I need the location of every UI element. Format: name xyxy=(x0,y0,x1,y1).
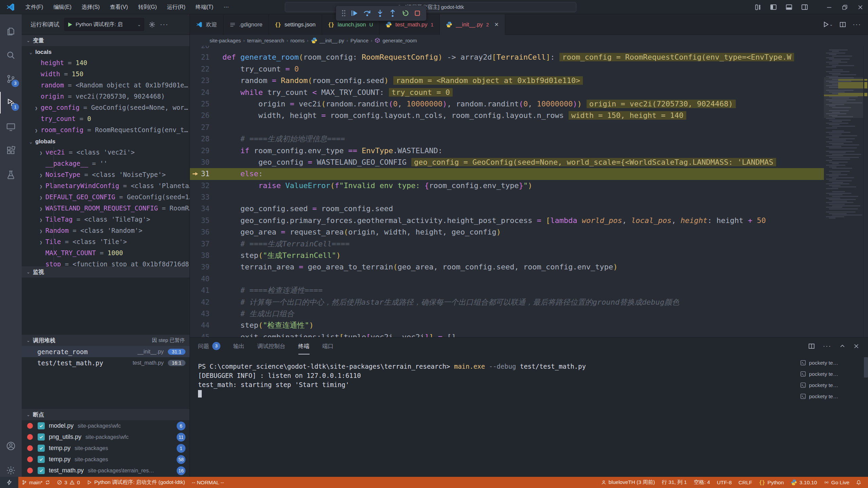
minimap[interactable] xyxy=(824,46,863,337)
code-line-20[interactable]: 20 xyxy=(190,46,824,52)
status-right-8[interactable] xyxy=(853,477,865,488)
menu-item-8[interactable]: ··· xyxy=(218,4,234,10)
variable-row[interactable]: MAX_TRY_COUNT = 1000 xyxy=(22,247,190,259)
menu-item-7[interactable]: 终端(T) xyxy=(191,4,218,10)
close-panel-button[interactable] xyxy=(853,343,859,349)
code-line-32[interactable]: 32 raise ValueError(f"Invalid env type: … xyxy=(190,180,824,191)
variable-group-locals[interactable]: ⌄locals xyxy=(22,46,190,57)
callstack-frame[interactable]: test/test_math.pytest_math.py16:1 xyxy=(22,357,190,368)
terminal-list-item[interactable]: pockety te… xyxy=(800,357,863,368)
panel-tab-输出[interactable]: 输出 xyxy=(233,338,244,354)
code-line-39[interactable]: 39 terrain_area = geo_area_to_terrain(ge… xyxy=(190,261,824,273)
activity-search[interactable] xyxy=(0,44,22,66)
debug-config-dropdown[interactable]: Python 调试程序: 启 ⌄ xyxy=(64,18,144,31)
code-line-37[interactable]: 37 # ====生成TerrainCell==== xyxy=(190,238,824,250)
tab-__init__.py[interactable]: __init__.py2✕ xyxy=(440,14,505,35)
variable-row[interactable]: ❯DEFAULT_GEO_CONFIG = GeoConfig(seed=1… xyxy=(22,191,190,203)
breakpoint-row[interactable]: test_math.pysite-packages\terrain_res…16 xyxy=(22,465,190,476)
close-icon[interactable]: ✕ xyxy=(494,21,499,28)
breakpoint-row[interactable]: temp.pysite-packages58 xyxy=(22,454,190,465)
close-button[interactable] xyxy=(852,0,868,14)
code-line-43[interactable]: 43 # 生成出口组合 xyxy=(190,308,824,320)
variable-row[interactable]: random = <Random object at 0x1bf9d01e… xyxy=(22,80,190,91)
step-into-icon[interactable] xyxy=(376,9,384,17)
status-right-7[interactable]: Go Live xyxy=(821,477,853,488)
maximize-panel-button[interactable] xyxy=(840,343,845,349)
run-file-button[interactable]: ⌄ xyxy=(823,21,833,28)
terminal-output[interactable]: PS C:\computer_science\godot-ldtk\site-p… xyxy=(198,362,793,474)
menu-item-6[interactable]: 运行(R) xyxy=(162,4,191,10)
code-line-42[interactable]: 42 # 计算每一个出口的中心，然后使用astar生成路径，确保每一个出口组合都… xyxy=(190,297,824,308)
code-line-41[interactable]: 41 # ====检查连通性==== xyxy=(190,285,824,296)
variable-row[interactable]: ❯NoiseType = <class 'NoiseType'> xyxy=(22,169,190,180)
activity-account[interactable] xyxy=(0,435,22,457)
breadcrumb-item[interactable]: generate_room xyxy=(382,38,417,43)
variable-row[interactable]: ❯vec2i = <class 'vec2i'> xyxy=(22,147,190,158)
more-actions-icon[interactable]: ··· xyxy=(160,21,169,28)
toggle-secondary-sidebar-button[interactable] xyxy=(797,0,812,14)
status-left-2[interactable]: Python 调试程序: 启动文件 (godot-ldtk) xyxy=(83,477,189,488)
split-terminal-button[interactable] xyxy=(808,343,815,349)
tab--[interactable]: 欢迎 xyxy=(190,14,223,35)
toggle-sidebar-button[interactable] xyxy=(766,0,781,14)
code-line-44[interactable]: 44 step("检查连通性") xyxy=(190,320,824,331)
variable-row[interactable]: ❯room_config = RoomRequestConfig(env_t… xyxy=(22,124,190,136)
status-left-0[interactable]: main* xyxy=(18,477,54,488)
minimize-button[interactable] xyxy=(821,0,837,14)
step-over-icon[interactable] xyxy=(363,9,372,17)
continue-icon[interactable] xyxy=(350,9,358,17)
variable-row[interactable]: ❯Random = <class 'Random'> xyxy=(22,225,190,236)
remote-indicator[interactable] xyxy=(0,477,18,488)
restore-button[interactable] xyxy=(837,0,852,14)
command-center-search[interactable]: [拓展开发宿主] godot-ldtk xyxy=(285,2,576,12)
terminal-list-item[interactable]: pockety te… xyxy=(800,368,863,380)
variable-row[interactable]: ❯Tile = <class 'Tile'> xyxy=(22,236,190,247)
breadcrumb-item[interactable]: terrain_research xyxy=(247,38,284,43)
start-debug-icon[interactable] xyxy=(67,22,73,27)
code-line-38[interactable]: 38 step("生成TerrainCell") xyxy=(190,250,824,261)
status-right-1[interactable]: 行 31, 列 1 xyxy=(658,477,690,488)
variable-row[interactable]: width = 150 xyxy=(22,68,190,80)
section-watch-header[interactable]: ⌄ 监视 xyxy=(22,266,190,278)
variable-row[interactable]: height = 140 xyxy=(22,57,190,68)
breakpoint-checkbox[interactable] xyxy=(38,445,45,452)
gear-icon[interactable] xyxy=(149,21,155,28)
section-breakpoints-header[interactable]: ⌄ 断点 xyxy=(22,409,190,420)
menu-item-1[interactable]: 文件(F) xyxy=(20,4,48,10)
code-line-28[interactable]: 28 # ====生成初始地理信息==== xyxy=(190,133,824,145)
code-line-45[interactable]: 45 exit_combinations:list[tuple[vec2i, v… xyxy=(190,331,824,337)
activity-files[interactable] xyxy=(0,21,22,42)
status-right-3[interactable]: UTF-8 xyxy=(713,477,735,488)
code-line-25[interactable]: 25 origin = vec2i(random.randint(0, 1000… xyxy=(190,98,824,110)
activity-remote-window[interactable] xyxy=(0,116,22,138)
code-line-22[interactable]: 22 try_count = 0 xyxy=(190,63,824,75)
status-right-6[interactable]: 3.10.10 xyxy=(787,477,821,488)
panel-tab-端口[interactable]: 端口 xyxy=(322,338,334,354)
customize-layout-button[interactable] xyxy=(750,0,766,14)
terminal-list-item[interactable]: pockety te… xyxy=(800,380,863,391)
variable-row[interactable]: ❯geo_config = GeoConfig(seed=None, wor… xyxy=(22,102,190,113)
section-variables-header[interactable]: ⌄ 变量 xyxy=(22,35,190,46)
status-left-1[interactable]: 30 xyxy=(54,477,83,488)
breakpoint-row[interactable]: model.pysite-packages\wfc6 xyxy=(22,420,190,431)
variable-group-globals[interactable]: ⌄globals xyxy=(22,136,190,147)
code-line-26[interactable]: 26 width, height = room_config.layout.n_… xyxy=(190,110,824,121)
breadcrumb[interactable]: site-packages›terrain_research›rooms›__i… xyxy=(190,35,868,46)
menu-item-2[interactable]: 编辑(E) xyxy=(48,4,76,10)
code-line-27[interactable]: 27 xyxy=(190,122,824,133)
code-line-34[interactable]: 34 geo_config.seed = room_config.seed xyxy=(190,203,824,215)
minimap-slider[interactable] xyxy=(824,77,863,118)
tab-settings.json[interactable]: {}settings.json xyxy=(269,14,322,35)
more-button[interactable]: ··· xyxy=(823,342,831,350)
activity-test-flask[interactable] xyxy=(0,164,22,186)
code-line-23[interactable]: 23 random = Random(room_config.seed)rand… xyxy=(190,75,824,86)
variable-row[interactable]: try_count = 0 xyxy=(22,113,190,124)
status-right-2[interactable]: 空格: 4 xyxy=(690,477,713,488)
status-left-3[interactable]: -- NORMAL -- xyxy=(189,477,228,488)
more-actions-button[interactable]: ··· xyxy=(853,21,861,28)
variable-row[interactable]: ❯WASTELAND_ROOM_REQUEST_CONFIG = RoomR… xyxy=(22,203,190,214)
restart-icon[interactable] xyxy=(401,9,409,17)
code-line-21[interactable]: 21def generate_room(room_config: RoomReq… xyxy=(190,52,824,63)
breakpoint-row[interactable]: temp.pysite-packages1 xyxy=(22,443,190,454)
breakpoint-checkbox[interactable] xyxy=(38,467,45,474)
